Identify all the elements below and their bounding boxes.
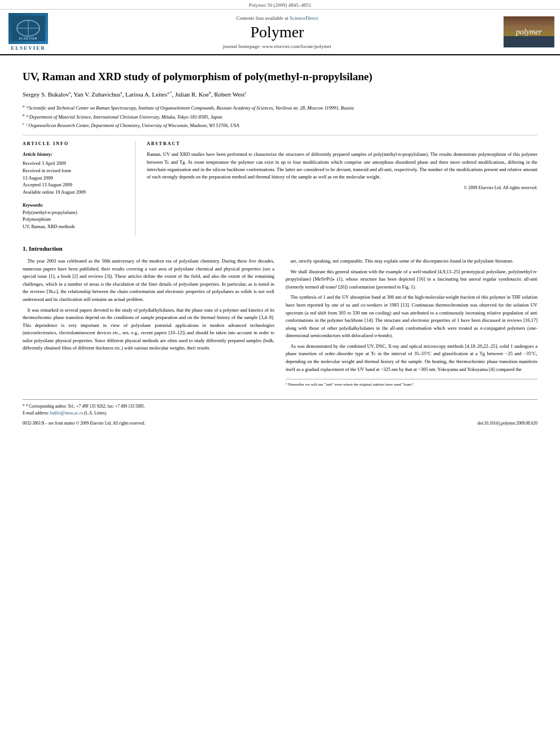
sup-a3: a,* [167, 90, 172, 95]
journal-center: Contents lists available at ScienceDirec… [56, 15, 498, 49]
copyright-line: © 2009 Elsevier Ltd. All rights reserved… [147, 185, 537, 190]
body-p2: It was remarked in several papers devote… [23, 307, 274, 353]
email-label: E-mail address: [23, 410, 49, 416]
footer-section: * * Corresponding author. Tel.: +7 499 1… [23, 399, 537, 426]
footnote-1-text: ¹ Thereafter we will use “anti” even whe… [286, 382, 414, 387]
affiliation-a: a ᵃ Scientific and Technical Center on R… [23, 103, 537, 112]
article-title: UV, Raman and XRD study of polymorphism … [23, 70, 537, 84]
citation-bar: Polymer 50 (2009) 4845–4851 [0, 0, 560, 10]
body-p4: We shall illustrate this general situati… [286, 268, 537, 291]
email-address[interactable]: buklei@ineos.ac.ru [50, 410, 83, 416]
section-1-heading: 1. Introduction [23, 245, 537, 252]
affiliation-c: c ᶜ Organosilicon Research Center, Depar… [23, 121, 537, 129]
footer-notes: * * Corresponding author. Tel.: +7 499 1… [23, 403, 537, 416]
elsevier-text: ELSEVIER [11, 45, 46, 51]
article-info-label: ARTICLE INFO [23, 141, 126, 146]
sup-b: b [209, 90, 211, 95]
right-footnote: ¹ Thereafter we will use “anti” even whe… [286, 379, 537, 388]
article-history-block: Article history: Received 3 April 2009 R… [23, 151, 126, 196]
divider-rule [23, 135, 537, 136]
body-section-1: 1. Introduction The year 2003 was celebr… [23, 245, 537, 388]
keyword-3: UV, Raman, XRD methods [23, 223, 126, 230]
abstract-label: ABSTRACT [147, 141, 537, 146]
polymer-brand-box: polymer [504, 16, 554, 47]
keywords-block: Keywords: Poly(methyl-n-propylsilane) Po… [23, 202, 126, 230]
abstract-col: ABSTRACT Raman, UV and XRD studies have … [147, 141, 537, 236]
body-col-right: are, strictly speaking, not comparable. … [286, 257, 537, 388]
sup-c: c [244, 90, 246, 95]
affiliations: a ᵃ Scientific and Technical Center on R… [23, 103, 537, 129]
issn-line: 0032-3861/$ – see front matter © 2009 El… [23, 421, 145, 426]
received-date: Received 3 April 2009 [23, 160, 126, 167]
email-person: (L.A. Leites). [84, 410, 107, 416]
body-p3: are, strictly speaking, not comparable. … [286, 257, 537, 265]
contents-line: Contents lists available at ScienceDirec… [56, 15, 498, 21]
journal-name: Polymer [56, 23, 498, 41]
keyword-1: Poly(methyl-n-propylsilane) [23, 209, 126, 216]
body-two-col: The year 2003 was celebrated as the 50th… [23, 257, 537, 388]
journal-homepage: journal homepage: www.elsevier.com/locat… [56, 43, 498, 49]
email-line: E-mail address: buklei@ineos.ac.ru (L.A.… [23, 410, 537, 416]
corresponding-text: * Corresponding author. Tel.: +7 499 135… [26, 404, 145, 409]
svg-text:ELSEVIER: ELSEVIER [19, 37, 38, 40]
available-date: Available online 19 August 2009 [23, 189, 126, 196]
history-label: Article history: [23, 151, 126, 158]
sup-a2: a [120, 90, 122, 95]
main-content: UV, Raman and XRD study of polymorphism … [0, 55, 560, 431]
revised-date: 13 August 2009 [23, 174, 126, 182]
received-revised-label: Received in revised form [23, 167, 126, 174]
body-p6: As was demonstrated by the combined UV, … [286, 343, 537, 373]
abstract-text: Raman, UV and XRD studies have been perf… [147, 151, 537, 181]
elsevier-logo: ELSEVIER ELSEVIER [6, 13, 51, 51]
keywords-label: Keywords: [23, 202, 126, 209]
body-p5: The synthesis of 1 and the UV absorption… [286, 294, 537, 340]
elsevier-logo-box: ELSEVIER [8, 13, 48, 44]
corresponding-author-note: * * Corresponding author. Tel.: +7 499 1… [23, 403, 537, 409]
affiliation-b: b ᵇ Department of Material Science, Inte… [23, 112, 537, 121]
keyword-2: Polymorphism [23, 216, 126, 223]
footnote-star-label: * [23, 404, 25, 409]
citation-text: Polymer 50 (2009) 4845–4851 [249, 2, 312, 8]
authors-line: Sergey S. Bukalova, Yan V. Zubavichusa, … [23, 90, 537, 99]
body-p1: The year 2003 was celebrated as the 50th… [23, 257, 274, 304]
doi-line: doi:10.1016/j.polymer.2009.08.020 [478, 421, 537, 426]
polymer-brand-logo: polymer [504, 16, 554, 47]
sciencedirect-link[interactable]: ScienceDirect [290, 15, 318, 21]
journal-header: ELSEVIER ELSEVIER Contents lists availab… [0, 10, 560, 55]
accepted-date: Accepted 13 August 2009 [23, 181, 126, 189]
footer-bottom: 0032-3861/$ – see front matter © 2009 El… [23, 421, 537, 426]
sup-a1: a [69, 90, 71, 95]
body-col-left: The year 2003 was celebrated as the 50th… [23, 257, 274, 388]
info-abstract-section: ARTICLE INFO Article history: Received 3… [23, 141, 537, 236]
article-info-col: ARTICLE INFO Article history: Received 3… [23, 141, 135, 236]
